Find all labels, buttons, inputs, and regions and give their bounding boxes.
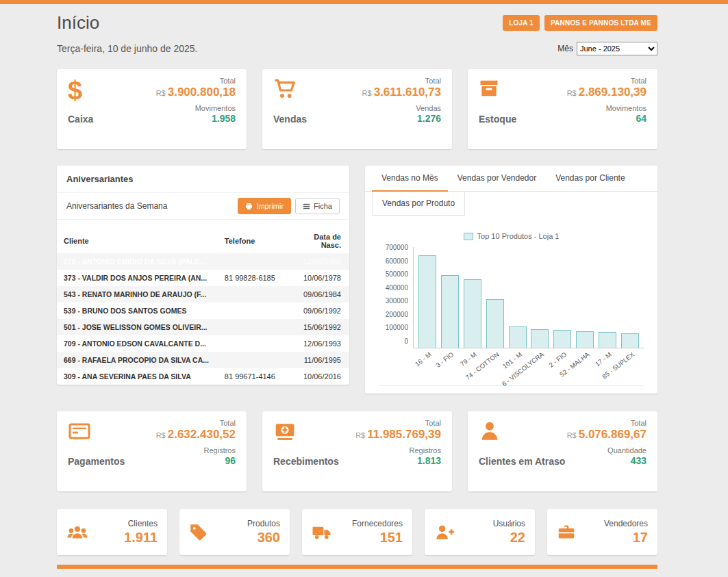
summary-value: 360 [247, 530, 280, 546]
chart-bar-slot [462, 247, 484, 348]
x-tick-label: 3 - FIO [435, 350, 455, 369]
column-telefone: Telefone [218, 229, 291, 253]
chart-bar [599, 332, 616, 348]
table-row[interactable]: 309 - ANA SEVERINA PAES DA SILVA 81 9967… [57, 368, 349, 385]
birthdate-cell: 12/06/1966 [291, 253, 349, 270]
y-tick-label: 300000 [379, 297, 408, 305]
count-value: 1.276 [362, 113, 441, 124]
chart-bar [418, 255, 436, 348]
table-row[interactable]: 543 - RENATO MARINHO DE ARAUJO (F... 09/… [57, 286, 349, 303]
count-label: Movimentos [567, 104, 647, 112]
x-tick-slot: 85 - SUPLEX [618, 348, 641, 384]
date-row: Terça-feira, 10 de junho de 2025. Mês Ju… [57, 42, 657, 55]
chart-x-labels: 16 - M3 - FIO79 - M74 - COTTON101 - M6 -… [413, 348, 644, 384]
table-row[interactable]: 501 - JOSE WELISSON GOMES OLIVEIR... 15/… [57, 319, 349, 335]
count-value: 96 [156, 455, 236, 466]
count-label: Vendas [362, 104, 441, 112]
x-tick-label: 79 - M [459, 350, 478, 368]
stat-card-caixa: $ Caixa Total R$3.900.800,18 Movimentos … [57, 69, 247, 149]
summary-label: Fornecedores [352, 519, 403, 528]
total-label: Total [362, 77, 441, 85]
stat-card-vendas: Vendas Total R$3.611.610,73 Vendas 1.276 [262, 69, 452, 149]
chart-plot [413, 247, 644, 348]
tag-icon [189, 523, 208, 541]
table-row[interactable]: 539 - BRUNO DOS SANTOS GOMES 09/06/1992 [57, 303, 349, 319]
chart-bar [531, 329, 549, 348]
chart-bar [576, 331, 594, 348]
summary-card-produtos: Produtos 360 [179, 509, 290, 555]
chart-bar-slot [574, 247, 597, 348]
table-row[interactable]: 709 - ANTONIO EDSON CAVALCANTE D... 12/0… [57, 335, 349, 352]
count-label: Registros [156, 446, 236, 454]
summary-label: Vendedores [604, 519, 648, 528]
stat-card-values: Total R$11.985.769,39 Registros 1.813 [355, 419, 441, 466]
client-cell: 709 - ANTONIO EDSON CAVALCANTE D... [57, 335, 218, 352]
phone-cell [218, 319, 291, 335]
client-cell: 309 - ANA SEVERINA PAES DA SILVA [57, 368, 218, 385]
total-value: 11.985.769,39 [367, 428, 441, 441]
chart-bar-slot [596, 247, 618, 348]
table-row[interactable]: 669 - RAFAELA PROCOPIO DA SILVA CA... 11… [57, 352, 349, 368]
total-label: Total [156, 77, 236, 85]
total-label: Total [567, 419, 647, 427]
phone-cell [218, 303, 291, 319]
stat-card-pagamentos: Pagamentos Total R$2.632.430,52 Registro… [57, 411, 247, 491]
stat-card-values: Total R$5.076.869,67 Quantidade 433 [567, 419, 647, 466]
summary-value: 17 [604, 530, 648, 546]
stat-card-values: Total R$3.900.800,18 Movimentos 1.958 [156, 77, 236, 124]
header: Início LOJA 1 PANNOS E PANNOS LTDA ME [57, 12, 657, 34]
print-button-label: Imprimir [256, 202, 284, 210]
summary-card-usuarios: Usuários 22 [425, 509, 535, 555]
summary-label: Clientes [124, 519, 158, 528]
client-cell: 278 - ANTONIO EMIDIO DA SILVA (PALE... [57, 253, 218, 270]
column-cliente: Cliente [57, 229, 218, 253]
company-button[interactable]: PANNOS E PANNOS LTDA ME [544, 15, 657, 31]
total-value: 3.900.800,18 [168, 86, 236, 99]
x-tick-slot: 52 - MALHA [573, 348, 596, 384]
list-icon [303, 203, 310, 210]
table-header-row: Cliente Telefone Data de Nasc. [57, 229, 349, 253]
dollar-glyph: $ [68, 78, 82, 103]
table-row[interactable]: 373 - VALDIR DOS ANJOS PEREIRA (AN... 81… [57, 270, 349, 286]
current-date: Terça-feira, 10 de junho de 2025. [57, 43, 197, 54]
client-cell: 539 - BRUNO DOS SANTOS GOMES [57, 303, 218, 319]
summary-card-fornecedores: Fornecedores 151 [302, 509, 412, 555]
table-row[interactable]: 278 - ANTONIO EMIDIO DA SILVA (PALE... 1… [57, 253, 349, 270]
truck-icon [312, 523, 332, 541]
client-cell: 501 - JOSE WELISSON GOMES OLIVEIR... [57, 319, 218, 335]
y-tick-label: 100000 [379, 324, 408, 331]
chart-bar-slot [506, 247, 529, 348]
tab-vendas-por-produto[interactable]: Vendas por Produto [372, 192, 465, 216]
tab-vendas-no-mes[interactable]: Vendas no Mês [372, 166, 448, 192]
client-cell: 373 - VALDIR DOS ANJOS PEREIRA (AN... [57, 270, 218, 286]
x-tick-slot: 3 - FIO [438, 348, 461, 384]
print-button[interactable]: Imprimir [238, 198, 291, 214]
currency-prefix: R$ [567, 89, 577, 97]
chart-legend: Top 10 Produtos - Loja 1 [379, 232, 644, 240]
currency-prefix: R$ [362, 89, 372, 97]
chart-footer-divider [379, 385, 644, 394]
birthdays-toolbar: Aniversariantes da Semana Imprimir [57, 193, 349, 220]
total-label: Total [156, 419, 236, 427]
legend-swatch [464, 233, 473, 240]
currency-prefix: R$ [567, 431, 577, 439]
tab-vendas-por-cliente[interactable]: Vendas por Cliente [546, 166, 634, 191]
count-value: 1.813 [355, 455, 441, 466]
bottom-stats-row: Clientes 1.911 Produtos 360 [57, 509, 657, 555]
ficha-button[interactable]: Ficha [295, 198, 340, 214]
phone-cell [218, 286, 291, 303]
summary-value: 22 [493, 530, 525, 546]
store-button[interactable]: LOJA 1 [503, 15, 540, 31]
summary-card-clientes: Clientes 1.911 [57, 509, 167, 555]
chart-y-axis: 7000006000005000004000003000002000001000… [379, 244, 413, 345]
stat-card-clientes-em-atraso: Clientes em Atraso Total R$5.076.869,67 … [468, 411, 657, 491]
phone-cell [218, 335, 291, 352]
tab-vendas-por-vendedor[interactable]: Vendas por Vendedor [448, 166, 546, 191]
top-stats-row: $ Caixa Total R$3.900.800,18 Movimentos … [57, 69, 657, 149]
chart-plot-column: 16 - M3 - FIO79 - M74 - COTTON101 - M6 -… [413, 247, 644, 384]
month-select[interactable]: June - 2025 [577, 42, 657, 55]
sales-chart: Top 10 Produtos - Loja 1 700000600000500… [365, 216, 657, 394]
phone-cell [218, 352, 291, 368]
chart-bar-slot [551, 247, 574, 348]
birthdate-cell: 10/06/2016 [291, 368, 349, 385]
